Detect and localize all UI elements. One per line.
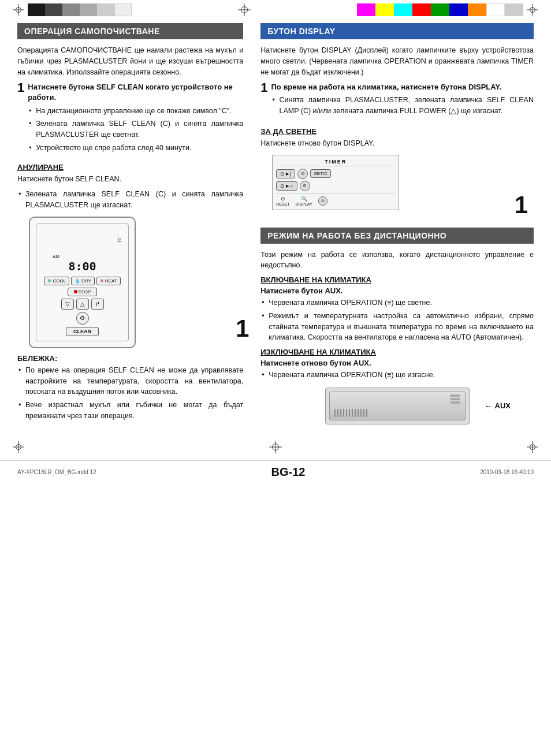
za-da-text: Натиснете отново бутон DISPLAY. [260,138,534,149]
timer-on-button: ⊙►| [276,169,295,178]
note-bullet: По време на операция SELF CLEAN не може … [17,365,243,397]
timer-panel-diagram: TIMER ⊙►| ⊙ SET/C ⊙►○ ⊙ [272,155,399,210]
rezim-intro-text: Този режим на работа се използва, когато… [260,249,534,271]
timer-display-btn: 🔍 DISPLAY [296,196,312,206]
za-da-svetne-heading: ЗА ДА СВЕТНЕ [260,127,534,136]
cool-button: ❄COOL [44,277,69,285]
timer-setc-button: SET/C [310,169,331,178]
cancel-text: Натиснете бутон SELF CLEAN. [17,174,243,185]
note-bullets: По време на операция SELF CLEAN не може … [17,365,243,422]
aux-unit-diagram [325,388,470,424]
izkl-bullets: Червената лампичка OPERATION (≡) ще изга… [260,370,534,381]
clean-button: CLEAN [66,327,99,336]
display-intro-text: Натиснете бутон DISPLAY (Дисплей) когато… [260,45,534,77]
remote-control-diagram: C AM 8:00 ❄COOL 💧DRY [29,217,136,348]
nav-up-button: △ [76,299,89,310]
bullet-item: Зелената лампичка SELF CLEAN (C) и синят… [17,189,243,211]
footer-center-page-number: BG-12 [271,465,305,479]
timer-bottom-left: ⊙ RESET [276,196,289,206]
diagram-number-1-left: 1 [236,315,249,342]
cancel-bullets: Зелената лампичка SELF CLEAN (C) и синят… [17,189,243,211]
nav-right-button: ↱ [91,299,104,310]
right-step-1-number: 1 [260,81,267,121]
left-intro-text: Операцията САМОПОЧИСТВАНЕ ще намали раст… [17,45,243,77]
note-heading: БЕЛЕЖКА: [17,354,243,363]
color-bar-right-wrapper [357,3,538,16]
bullet-item: Устройството ще спре работа след 40 мину… [28,143,243,154]
settings-button: ⚙ [76,312,89,325]
izkl-subheading: Натиснете отново бутон AUX. [260,359,534,367]
bullet-item: Синята лампичка PLASMACLUSTER, зелената … [271,95,534,117]
vkl-subheading: Натиснете бутон AUX. [260,286,534,295]
page-footer: AY-XPC18LR_OM_BG.indd 12 BG-12 2010-03-1… [0,460,551,483]
diagram-number-1-right: 1 [515,191,528,219]
footer-right: 2010-03-18 16:40:10 [480,469,534,475]
color-bar-right [357,3,523,16]
reg-mark-top-left [13,4,24,16]
izkl-heading: ИЗКЛЮЧВАНЕ НА КЛИМАТИКА [260,348,534,356]
right-step-1: 1 По време на работа на климатика, натис… [260,82,534,121]
reg-mark-top-right [527,4,538,16]
step-1-bullets: На дистанционното управление ще се покаж… [28,106,243,154]
vkl-heading: ВКЛЮЧВАНЕ НА КЛИМАТИКА [260,275,534,284]
reg-mark-top-center [238,3,251,16]
right-section-header-display: БУТОН DISPLAY [260,23,534,39]
aux-arrow: ← [485,401,493,411]
cancel-heading: АНУЛИРАНЕ [17,163,243,172]
heat-button: ❋HEAT [96,277,121,285]
dry-button: 💧DRY [71,277,95,285]
rezim-section-header: РЕЖИМ НА РАБОТА БЕЗ ДИСТАНЦИОННО [260,228,534,244]
timer-clock-button: ⊙ [297,169,308,179]
left-step-1: 1 Натиснете бутона SELF CLEAN когато уст… [17,82,243,158]
reg-mark-bottom-left [13,441,24,453]
bullet-item: Режимът и температурната настройка са ав… [260,311,534,343]
nav-down-button: ▽ [61,299,74,310]
bullet-item: На дистанционното управление ще се покаж… [28,106,243,117]
timer-clock2-button: ⊙ [300,181,310,191]
bullet-item: Червената лампичка OPERATION (≡) ще изга… [260,370,534,381]
reg-mark-bottom-center [269,441,282,453]
step-1-title: Натиснете бутона SELF CLEAN когато устро… [28,82,243,103]
bullet-item: Зелената лампичка SELF CLEAN (C) и синят… [28,118,243,140]
timer-off-button: ⊙►○ [276,181,297,191]
vkl-bullets: Червената лампичка OPERATION (≡) ще свет… [260,297,534,343]
bullet-item: Червената лампичка OPERATION (≡) ще свет… [260,297,534,308]
left-section-header: ОПЕРАЦИЯ САМОПОЧИСТВАНЕ [17,23,243,39]
right-step-1-title: По време на работа на климатика, натисне… [271,82,534,92]
footer-left: AY-XPC18LR_OM_BG.indd 12 [17,469,96,475]
note-bullet: Вече израстнал мухъл или гъбички не мога… [17,400,243,422]
aux-label: AUX [495,401,511,410]
timer-right-btn: ⊙ [318,196,327,206]
color-bar-left [28,3,132,16]
stop-button: STOP [68,288,98,296]
right-step-1-bullets: Синята лампичка PLASMACLUSTER, зелената … [271,95,534,117]
step-1-number: 1 [17,81,24,158]
reg-mark-bottom-right [527,441,538,453]
